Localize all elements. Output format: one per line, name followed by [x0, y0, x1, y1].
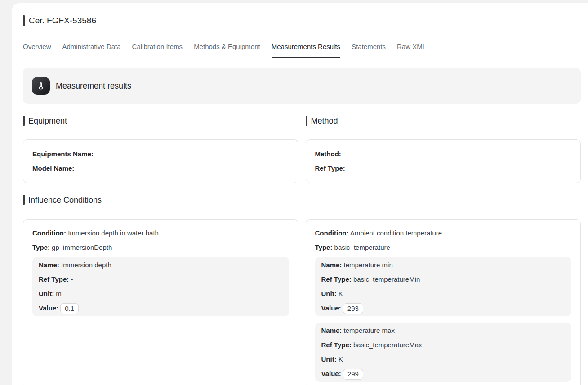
banner-title: Measurement results: [56, 81, 131, 91]
type-label: Type:: [315, 243, 333, 251]
condition-column-1: Condition: Immersion depth in water bath…: [23, 219, 298, 385]
condition-card-immersion-depth: Condition: Immersion depth in water bath…: [23, 219, 298, 385]
tab-methods-equipment[interactable]: Methods & Equipment: [194, 43, 260, 58]
tab-calibration-items[interactable]: Calibration Items: [132, 43, 183, 58]
certificate-panel: Cer. FGFX-53586 Overview Administrative …: [12, 3, 588, 385]
item-unit-value: K: [339, 290, 343, 297]
tab-measurements-results[interactable]: Measurements Results: [272, 43, 340, 58]
method-ref-type-label: Ref Type:: [315, 164, 345, 172]
item-ref-type-row: Ref Type: basic_temperatureMax: [321, 338, 566, 352]
condition-item-temperature-max: Name: temperature max Ref Type: basic_te…: [315, 323, 572, 382]
influence-conditions-row: Condition: Immersion depth in water bath…: [23, 219, 581, 385]
method-label: Method:: [315, 150, 341, 158]
item-name-label: Name:: [39, 261, 59, 269]
equipment-column: Equipment Equipments Name: Model Name:: [23, 116, 298, 183]
model-name-label: Model Name:: [32, 164, 74, 172]
type-label: Type:: [32, 243, 50, 251]
item-unit-value: m: [56, 290, 62, 297]
item-unit-row: Unit: K: [321, 287, 566, 301]
item-name-value: temperature max: [344, 327, 395, 334]
item-unit-label: Unit:: [39, 290, 54, 297]
item-value-label: Value:: [321, 370, 341, 377]
condition-value: Immersion depth in water bath: [68, 229, 159, 237]
influence-conditions-accent-bar: [23, 195, 25, 205]
item-ref-type-label: Ref Type:: [39, 275, 69, 283]
equipment-method-row: Equipment Equipments Name: Model Name: M…: [23, 116, 581, 183]
item-unit-value: K: [339, 355, 343, 363]
item-value-row: Value: 299: [321, 367, 566, 381]
condition-row: Condition: Ambient condition temperature: [315, 226, 572, 240]
condition-label: Condition:: [32, 229, 66, 237]
equipment-name-row: Equipments Name:: [32, 147, 289, 161]
type-row: Type: basic_temperature: [315, 240, 572, 255]
item-unit-row: Unit: m: [39, 287, 283, 301]
condition-item-immersion-depth: Name: Immersion depth Ref Type: - Unit: …: [32, 257, 289, 316]
item-value-chip: 293: [343, 303, 363, 314]
condition-label: Condition:: [315, 229, 349, 237]
tab-overview[interactable]: Overview: [23, 43, 51, 58]
method-heading: Method: [306, 116, 581, 126]
tab-statements[interactable]: Statements: [352, 43, 386, 58]
equipment-card: Equipments Name: Model Name:: [23, 139, 298, 183]
influence-conditions-heading-text: Influence Conditions: [28, 195, 102, 205]
item-ref-type-value: -: [71, 275, 73, 283]
condition-item-temperature-min: Name: temperature min Ref Type: basic_te…: [315, 257, 572, 316]
title-accent-bar: [23, 15, 25, 26]
method-ref-type-row: Ref Type:: [315, 161, 572, 176]
item-unit-row: Unit: K: [321, 352, 566, 367]
item-name-row: Name: temperature min: [321, 258, 566, 272]
page-title-row: Cer. FGFX-53586: [23, 15, 581, 26]
item-name-label: Name:: [321, 261, 342, 269]
item-ref-type-value: basic_temperatureMax: [353, 341, 422, 349]
type-value: gp_immersionDepth: [52, 243, 112, 251]
item-value-row: Value: 0.1: [39, 301, 283, 315]
method-heading-text: Method: [311, 116, 338, 126]
item-name-label: Name:: [321, 327, 342, 334]
method-row: Method:: [315, 147, 572, 161]
condition-column-2: Condition: Ambient condition temperature…: [306, 219, 581, 385]
item-value-row: Value: 293: [321, 301, 566, 315]
model-name-row: Model Name:: [32, 161, 289, 176]
influence-conditions-heading: Influence Conditions: [23, 195, 581, 205]
equipment-name-label: Equipments Name:: [32, 150, 94, 158]
method-accent-bar: [306, 116, 307, 126]
equipment-heading: Equipment: [23, 116, 298, 126]
item-ref-type-label: Ref Type:: [321, 341, 352, 349]
page-title: Cer. FGFX-53586: [29, 15, 96, 26]
item-name-row: Name: temperature max: [321, 323, 566, 338]
item-name-value: temperature min: [344, 261, 393, 269]
tab-bar: Overview Administrative Data Calibration…: [23, 43, 581, 58]
item-name-value: Immersion depth: [61, 261, 111, 269]
equipment-accent-bar: [23, 116, 25, 126]
item-unit-label: Unit:: [321, 290, 337, 297]
method-card: Method: Ref Type:: [306, 139, 581, 183]
item-ref-type-value: basic_temperatureMin: [353, 275, 420, 283]
item-ref-type-row: Ref Type: -: [39, 272, 283, 287]
item-ref-type-label: Ref Type:: [321, 275, 352, 283]
item-name-row: Name: Immersion depth: [39, 258, 283, 272]
measurement-results-banner: Measurement results: [23, 68, 581, 104]
type-value: basic_temperature: [334, 243, 390, 251]
equipment-heading-text: Equipment: [28, 116, 67, 126]
item-value-label: Value:: [39, 304, 58, 312]
item-value-label: Value:: [321, 304, 341, 312]
item-value-chip: 299: [343, 369, 363, 380]
item-ref-type-row: Ref Type: basic_temperatureMin: [321, 272, 566, 287]
item-unit-label: Unit:: [321, 355, 337, 363]
type-row: Type: gp_immersionDepth: [32, 240, 289, 255]
thermometer-icon: [32, 77, 50, 95]
item-value-chip: 0.1: [60, 303, 79, 314]
condition-card-ambient-temperature: Condition: Ambient condition temperature…: [306, 219, 581, 385]
tab-administrative-data[interactable]: Administrative Data: [62, 43, 121, 58]
tab-raw-xml[interactable]: Raw XML: [397, 43, 426, 58]
condition-value: Ambient condition temperature: [350, 229, 442, 237]
method-column: Method Method: Ref Type:: [306, 116, 581, 183]
condition-row: Condition: Immersion depth in water bath: [32, 226, 289, 240]
